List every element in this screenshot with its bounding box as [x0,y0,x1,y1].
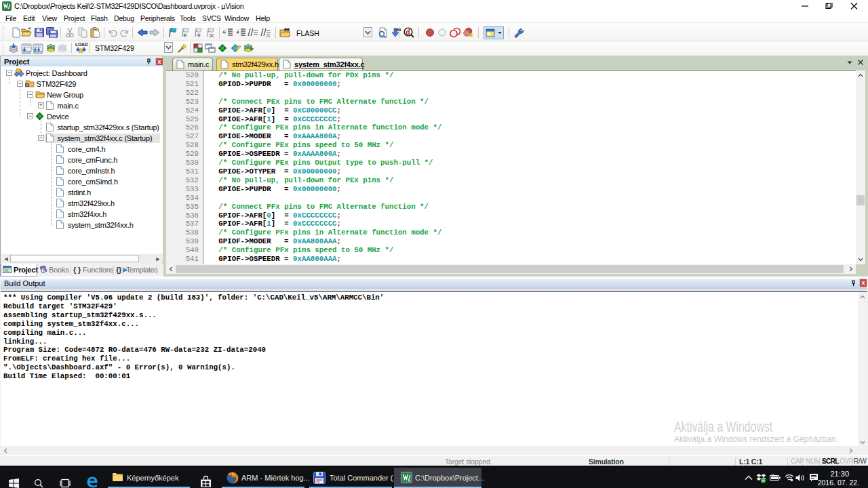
svg-text:s: s [408,479,410,483]
svg-text:LOAD: LOAD [75,42,88,47]
svg-text:?: ? [42,268,45,274]
